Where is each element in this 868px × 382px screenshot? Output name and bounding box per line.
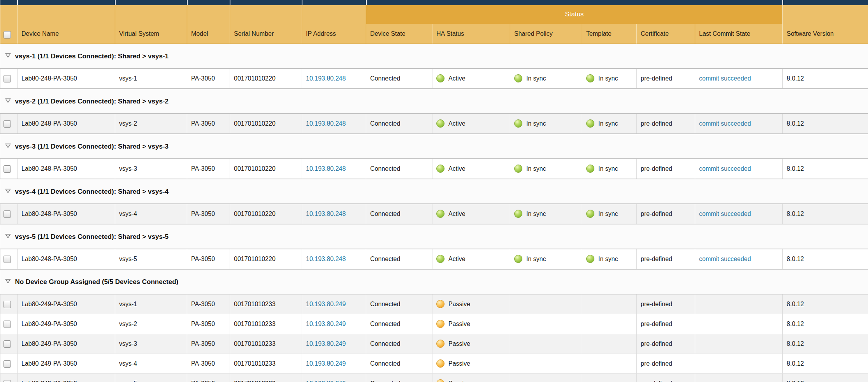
group-header-cell: vsys-1 (1/1 Devices Connected): Shared >…	[0, 44, 868, 69]
device-name-cell: Lab80-249-PA-3050	[18, 314, 115, 334]
ha-status-icon	[436, 320, 445, 328]
last-commit-link[interactable]: commit succeeded	[699, 165, 751, 172]
device-row: Lab80-249-PA-3050vsys-2PA-30500017010102…	[0, 314, 868, 334]
shared-policy-cell: In sync	[510, 204, 582, 224]
col-header-virtual-system[interactable]: Virtual System	[115, 5, 187, 44]
model-text: PA-3050	[191, 120, 215, 127]
ip-address-link[interactable]: 10.193.80.248	[306, 210, 346, 217]
ha-status-cell: Passive	[432, 334, 510, 354]
device-row: Lab80-249-PA-3050vsys-4PA-30500017010102…	[0, 354, 868, 374]
shared-policy-status-icon	[514, 255, 522, 263]
group-header-row: vsys-1 (1/1 Devices Connected): Shared >…	[0, 44, 868, 69]
model-cell: PA-3050	[187, 374, 230, 382]
device-row: Lab80-248-PA-3050vsys-4PA-30500017010102…	[0, 204, 868, 224]
model-text: PA-3050	[191, 380, 215, 382]
ha-status-text: Active	[448, 75, 466, 81]
group-collapse-icon[interactable]	[5, 97, 11, 105]
shared-policy-status-icon	[514, 210, 522, 218]
col-header-template[interactable]: Template	[582, 24, 637, 44]
col-header-device-name[interactable]: Device Name	[18, 5, 115, 44]
last-commit-link[interactable]: commit succeeded	[699, 210, 751, 217]
certificate-text: pre-defined	[641, 165, 672, 172]
group-collapse-icon[interactable]	[5, 142, 11, 150]
row-checkbox[interactable]	[4, 340, 11, 348]
device-name-text: Lab80-249-PA-3050	[21, 321, 77, 327]
row-checkbox[interactable]	[4, 210, 11, 218]
ip-address-cell: 10.193.80.248	[302, 159, 366, 179]
group-collapse-icon[interactable]	[5, 278, 11, 286]
ip-address-link[interactable]: 10.193.80.248	[306, 256, 346, 262]
row-select-cell	[0, 204, 18, 224]
template-text: In sync	[598, 75, 618, 81]
ip-address-link[interactable]: 10.193.80.249	[306, 321, 346, 327]
software-version-text: 8.0.12	[787, 340, 804, 347]
row-checkbox[interactable]	[4, 321, 11, 328]
model-cell: PA-3050	[187, 159, 230, 179]
group-collapse-icon[interactable]	[5, 52, 11, 60]
ip-address-link[interactable]: 10.193.80.248	[306, 165, 346, 172]
device-state-cell: Connected	[366, 159, 432, 179]
certificate-cell: pre-defined	[637, 314, 695, 334]
col-header-last-commit-state[interactable]: Last Commit State	[695, 24, 783, 44]
col-header-device-state[interactable]: Device State	[366, 24, 432, 44]
ha-status-text: Active	[448, 210, 466, 217]
template-cell: In sync	[582, 204, 637, 224]
ip-address-link[interactable]: 10.193.80.249	[306, 380, 346, 382]
software-version-cell: 8.0.12	[783, 114, 868, 134]
last-commit-link[interactable]: commit succeeded	[699, 120, 751, 127]
group-collapse-icon[interactable]	[5, 187, 11, 195]
header-top-segment	[366, 0, 783, 5]
virtual-system-text: vsys-4	[119, 210, 137, 217]
col-header-serial-number[interactable]: Serial Number	[230, 5, 302, 44]
certificate-cell: pre-defined	[637, 204, 695, 224]
device-name-cell: Lab80-248-PA-3050	[18, 114, 115, 134]
last-commit-link[interactable]: commit succeeded	[699, 256, 751, 262]
software-version-cell: 8.0.12	[783, 374, 868, 382]
ip-address-cell: 10.193.80.248	[302, 249, 366, 269]
device-state-text: Connected	[370, 256, 400, 262]
row-checkbox[interactable]	[4, 380, 11, 382]
last-commit-link[interactable]: commit succeeded	[699, 75, 751, 82]
ip-address-link[interactable]: 10.193.80.248	[306, 75, 346, 82]
device-state-text: Connected	[370, 301, 400, 307]
col-header-ha-status[interactable]: HA Status	[432, 24, 510, 44]
col-header-shared-policy[interactable]: Shared Policy	[510, 24, 582, 44]
row-checkbox[interactable]	[4, 360, 11, 368]
template-cell	[582, 294, 637, 314]
virtual-system-cell: vsys-3	[115, 334, 187, 354]
model-cell: PA-3050	[187, 204, 230, 224]
certificate-cell: pre-defined	[637, 68, 695, 89]
shared-policy-cell: In sync	[510, 68, 582, 89]
row-checkbox[interactable]	[4, 256, 11, 263]
ip-address-link[interactable]: 10.193.80.249	[306, 301, 346, 307]
header-top-bar	[0, 0, 868, 5]
last-commit-cell	[695, 354, 783, 374]
row-checkbox[interactable]	[4, 120, 11, 128]
ip-address-link[interactable]: 10.193.80.248	[306, 120, 346, 127]
model-cell: PA-3050	[187, 314, 230, 334]
last-commit-cell: commit succeeded	[695, 114, 783, 134]
row-checkbox[interactable]	[4, 301, 11, 308]
certificate-text: pre-defined	[641, 120, 672, 127]
group-header-row: vsys-4 (1/1 Devices Connected): Shared >…	[0, 179, 868, 204]
device-name-text: Lab80-249-PA-3050	[21, 360, 77, 367]
model-cell: PA-3050	[187, 334, 230, 354]
col-header-software-version[interactable]: Software Version	[783, 5, 868, 44]
shared-policy-text: In sync	[526, 210, 546, 217]
device-state-text: Connected	[370, 165, 400, 172]
shared-policy-status-icon	[514, 165, 522, 173]
col-header-model[interactable]: Model	[187, 5, 230, 44]
group-collapse-icon[interactable]	[5, 233, 11, 240]
row-checkbox[interactable]	[4, 165, 11, 173]
select-all-checkbox[interactable]	[4, 31, 11, 39]
ip-address-link[interactable]: 10.193.80.249	[306, 340, 346, 347]
col-header-certificate[interactable]: Certificate	[637, 24, 695, 44]
template-text: In sync	[598, 210, 618, 217]
device-row: Lab80-248-PA-3050vsys-2PA-30500017010102…	[0, 114, 868, 134]
serial-number-text: 001701010233	[234, 340, 276, 347]
row-checkbox[interactable]	[4, 75, 11, 82]
ha-status-text: Passive	[448, 340, 470, 347]
ip-address-link[interactable]: 10.193.80.249	[306, 360, 346, 367]
col-header-ip-address[interactable]: IP Address	[302, 5, 366, 44]
last-commit-cell: commit succeeded	[695, 68, 783, 89]
